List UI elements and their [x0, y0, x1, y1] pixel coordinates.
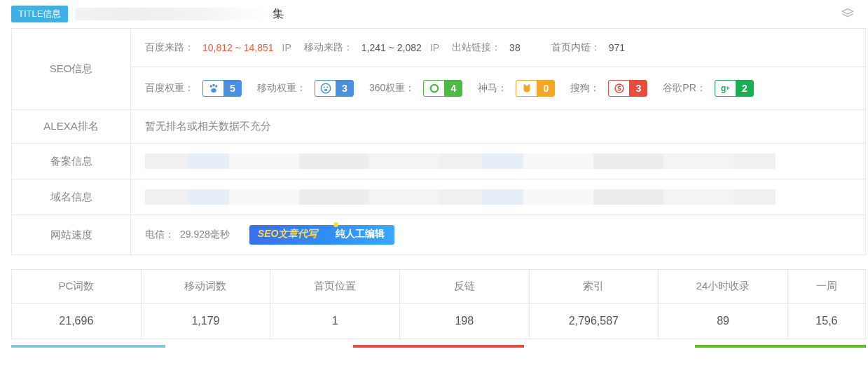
shenma-value: 0 [537, 80, 555, 97]
speed-isp-label: 电信： [145, 229, 174, 241]
ip-suffix: IP [282, 42, 291, 53]
speed-value: 29.928毫秒 [180, 229, 230, 241]
title-text-redacted [75, 8, 271, 20]
stats-table: PC词数 21,696 移动词数 1,179 首页位置 1 反链 198 索引 … [11, 269, 866, 339]
w360-value: 4 [444, 80, 462, 97]
seo-row: SEO信息 百度来路： 10,812 ~ 14,851 IP 移动来路： 1,2… [12, 29, 865, 110]
bar-red [353, 345, 524, 348]
baidu-traffic-value[interactable]: 10,812 ~ 14,851 [202, 42, 274, 53]
svg-point-1 [209, 85, 212, 87]
beian-row: 备案信息 [12, 144, 865, 179]
domain-content [131, 179, 865, 214]
google-pr-label: 谷歌PR： [663, 82, 705, 95]
stats-head-index: 索引 [530, 270, 659, 304]
top-right-action[interactable] [841, 8, 857, 20]
outlinks-value[interactable]: 38 [509, 42, 521, 53]
bar-green [695, 345, 866, 348]
svg-point-9 [431, 85, 439, 93]
google-pr-badge[interactable]: g+ 2 [715, 80, 754, 97]
bar-gap [165, 345, 353, 348]
stats-col: 反链 198 [400, 270, 530, 339]
seo-weights-row: 百度权重： 5 移动权重： 3 360权重： [131, 67, 865, 109]
seo-label: SEO信息 [12, 29, 131, 109]
domain-label: 域名信息 [12, 179, 131, 214]
stats-val-index[interactable]: 2,796,587 [530, 304, 659, 339]
stats-head-mobile: 移动词数 [142, 270, 270, 304]
baidu-mobile-icon [315, 80, 336, 97]
beian-content [131, 144, 865, 179]
alexa-text: 暂无排名或相关数据不充分 [145, 120, 271, 133]
domain-row: 域名信息 [12, 179, 865, 215]
stats-val-week[interactable]: 15,6 [788, 304, 865, 339]
stats-col: 移动词数 1,179 [142, 270, 271, 339]
svg-point-2 [212, 84, 214, 86]
mobile-weight-value: 3 [336, 80, 354, 97]
title-suffix: 集 [273, 7, 284, 22]
stats-col: 首页位置 1 [270, 270, 400, 339]
alexa-content: 暂无排名或相关数据不充分 [131, 110, 865, 143]
promo-left-text: SEO文章代写 [249, 225, 326, 245]
stats-col: 索引 2,796,587 [530, 270, 659, 339]
svg-point-3 [215, 85, 217, 87]
title-row: TITLE信息 集 [0, 0, 868, 28]
sogou-label: 搜狗： [570, 82, 600, 95]
speed-content: 电信： 29.928毫秒 SEO文章代写 纯人工编辑 [131, 215, 865, 254]
seo-content: 百度来路： 10,812 ~ 14,851 IP 移动来路： 1,241 ~ 2… [131, 29, 865, 109]
sogou-icon [608, 80, 629, 97]
promo-banner[interactable]: SEO文章代写 纯人工编辑 [249, 225, 395, 245]
domain-redacted [145, 189, 776, 205]
beian-redacted [145, 154, 776, 169]
speed-row: 网站速度 电信： 29.928毫秒 SEO文章代写 纯人工编辑 [12, 215, 865, 254]
bottom-bars [11, 345, 866, 348]
alexa-row: ALEXA排名 暂无排名或相关数据不充分 [12, 110, 865, 144]
bar-teal [11, 345, 165, 348]
google-plus-icon: g+ [715, 80, 736, 97]
mobile-weight-label: 移动权重： [257, 82, 306, 95]
w360-badge[interactable]: 4 [423, 80, 462, 97]
stats-val-24h[interactable]: 89 [659, 304, 787, 339]
shenma-icon [516, 80, 537, 97]
w360-icon [423, 80, 444, 97]
mobile-weight-badge[interactable]: 3 [315, 80, 354, 97]
info-table: SEO信息 百度来路： 10,812 ~ 14,851 IP 移动来路： 1,2… [11, 28, 866, 255]
stats-head-pc: PC词数 [12, 270, 141, 304]
shenma-badge[interactable]: 0 [516, 80, 555, 97]
shenma-label: 神马： [478, 82, 507, 95]
stats-head-backlink: 反链 [400, 270, 529, 304]
stats-col: PC词数 21,696 [12, 270, 142, 339]
stats-val-mobile[interactable]: 1,179 [142, 304, 270, 339]
stats-head-home: 首页位置 [270, 270, 399, 304]
baidu-weight-badge[interactable]: 5 [202, 80, 242, 97]
sogou-badge[interactable]: 3 [608, 80, 647, 97]
stats-val-backlink[interactable]: 198 [400, 304, 529, 339]
title-badge: TITLE信息 [11, 6, 68, 22]
baidu-weight-label: 百度权重： [145, 82, 194, 95]
svg-point-8 [324, 89, 327, 91]
stats-val-home[interactable]: 1 [270, 304, 399, 339]
promo-right-text: 纯人工编辑 [326, 225, 394, 245]
mobile-traffic-value[interactable]: 1,241 ~ 2,082 [361, 42, 422, 53]
svg-marker-0 [843, 9, 853, 15]
promo-dot-icon [333, 222, 338, 227]
speed-label: 网站速度 [12, 215, 131, 254]
alexa-label: ALEXA排名 [12, 110, 131, 143]
seo-traffic-row: 百度来路： 10,812 ~ 14,851 IP 移动来路： 1,241 ~ 2… [131, 29, 865, 67]
svg-point-4 [211, 88, 216, 93]
baidu-paw-icon [202, 80, 223, 97]
beian-label: 备案信息 [12, 144, 131, 179]
homelinks-label: 首页内链： [551, 41, 600, 54]
stats-head-24h: 24小时收录 [659, 270, 787, 304]
google-pr-value: 2 [736, 80, 754, 97]
stats-col: 一周 15,6 [788, 270, 865, 339]
outlinks-label: 出站链接： [452, 41, 501, 54]
baidu-weight-value: 5 [223, 80, 242, 97]
bar-gap [524, 345, 695, 348]
stats-col: 24小时收录 89 [659, 270, 788, 339]
svg-point-5 [321, 83, 331, 93]
svg-point-7 [326, 87, 328, 88]
sogou-value: 3 [629, 80, 647, 97]
homelinks-value[interactable]: 971 [609, 42, 625, 53]
stats-val-pc[interactable]: 21,696 [12, 304, 141, 339]
layers-icon [841, 8, 854, 20]
stats-head-week: 一周 [788, 270, 865, 304]
